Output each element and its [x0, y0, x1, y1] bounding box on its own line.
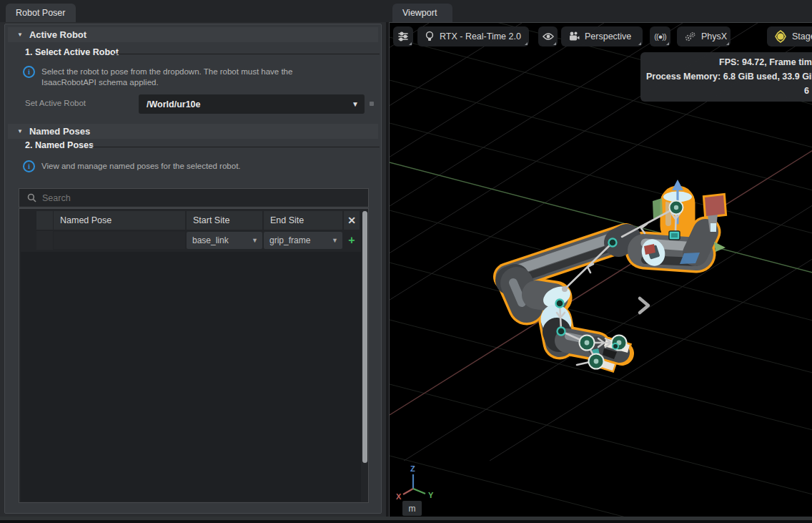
table-empty-body: [21, 252, 361, 502]
divider-rule: [92, 147, 380, 147]
end-site-dropdown[interactable]: grip_frame ▼: [264, 232, 342, 249]
signal-waves-icon: ((●)): [654, 32, 665, 41]
step-title-named-poses: 2. Named Poses: [25, 140, 94, 150]
info-icon: i: [23, 160, 35, 172]
robot-poser-panel: ▼ Active Robot 1. Select Active Robot i …: [0, 22, 386, 517]
start-site-dropdown[interactable]: base_link ▼: [187, 232, 262, 249]
stats-fps-line: FPS: 94.72, Frame time: 1: [719, 57, 812, 67]
clear-row-button[interactable]: ✕: [344, 211, 360, 230]
table-header-gutter: [36, 211, 53, 230]
search-input[interactable]: [42, 193, 342, 203]
table-header-end-site[interactable]: End Site: [264, 211, 342, 230]
named-pose-cell[interactable]: [54, 231, 185, 250]
collapse-caret-icon[interactable]: ▼: [17, 128, 23, 135]
plus-icon: +: [348, 234, 355, 247]
start-site-cell: base_link ▼: [187, 231, 262, 250]
tab-viewport-label: Viewport: [402, 8, 437, 18]
table-row-gutter: [36, 231, 53, 250]
stats-memory-line: Process Memory: 6.8 GiB used, 33.9 GiB a: [646, 72, 812, 82]
end-effector-red-marker: [705, 195, 725, 216]
camera-icon: [568, 31, 580, 41]
axis-z-label: Z: [410, 464, 415, 473]
search-icon: [27, 193, 36, 202]
renderer-menu-button[interactable]: RTX - Real-Time 2.0: [417, 26, 529, 47]
table-header-start-site[interactable]: Start Site: [187, 211, 262, 230]
section-title-active-robot: Active Robot: [29, 29, 86, 40]
tab-robot-poser[interactable]: Robot Poser: [6, 4, 76, 22]
start-site-value: base_link: [192, 235, 229, 245]
window-bottom-edge: [0, 520, 812, 523]
info-text-line1: Select the robot to pose from the dropdo…: [41, 67, 292, 76]
tab-viewport[interactable]: Viewport: [392, 4, 452, 22]
camera-frame-icon[interactable]: [669, 231, 680, 240]
unit-label: m: [409, 504, 416, 514]
axis-y-label: Y: [428, 491, 434, 499]
section-header-named-poses[interactable]: ▼ Named Poses: [8, 124, 378, 139]
robot-poser-panel-frame: ▼ Active Robot 1. Select Active Robot i …: [4, 24, 382, 514]
pose-search-box[interactable]: [19, 188, 369, 207]
viewport-settings-button[interactable]: [393, 26, 413, 47]
section-title-named-poses: Named Poses: [29, 126, 90, 137]
named-pose-input[interactable]: [54, 232, 185, 249]
active-robot-value: /World/ur10e: [147, 99, 200, 109]
stats-extra-line: 6: [804, 86, 809, 96]
info-icon: i: [23, 66, 35, 78]
viewport-panel: Z X Y RTX - Real-Time 2.0: [389, 22, 812, 517]
axis-arrow-z[interactable]: [672, 180, 683, 190]
set-active-robot-label: Set Active Robot: [25, 99, 86, 107]
dropdown-arrow-icon: ▼: [332, 237, 338, 244]
end-site-cell: grip_frame ▼: [264, 231, 342, 250]
stage-label: Stage: [792, 31, 812, 41]
gears-icon: [684, 31, 696, 42]
tab-robot-poser-label: Robot Poser: [16, 8, 65, 18]
physics-label: PhysX: [701, 31, 727, 41]
combo-arrow-icon[interactable]: ▼: [352, 100, 359, 108]
lightbulb-icon: [425, 31, 435, 42]
renderer-label: RTX - Real-Time 2.0: [440, 31, 521, 41]
collapse-caret-icon[interactable]: ▼: [17, 31, 23, 38]
application-window: Robot Poser Viewport ▼ Active Robot 1. S…: [0, 0, 812, 523]
add-pose-button[interactable]: +: [344, 231, 360, 250]
stage-light-icon: [774, 30, 787, 43]
table-scrollbar-thumb[interactable]: [362, 211, 367, 463]
camera-label: Perspective: [585, 31, 631, 41]
capture-button[interactable]: ((●)): [650, 26, 670, 47]
visibility-menu-button[interactable]: [538, 26, 558, 47]
end-site-value: grip_frame: [269, 235, 310, 245]
info-text-named-poses: View and manage named poses for the sele…: [41, 162, 241, 170]
performance-stats-overlay: FPS: 94.72, Frame time: 1 Process Memory…: [640, 52, 812, 102]
table-header-named-pose[interactable]: Named Pose: [54, 211, 185, 230]
section-header-active-robot[interactable]: ▼ Active Robot: [8, 27, 378, 42]
unit-button[interactable]: m: [402, 501, 422, 516]
close-icon: ✕: [347, 215, 356, 226]
reset-default-dot[interactable]: [370, 102, 374, 106]
orientation-axis-gizmo[interactable]: Z X Y: [396, 464, 434, 501]
stage-lights-button[interactable]: Stage: [767, 26, 812, 47]
chevron-right-icon[interactable]: [640, 298, 648, 313]
physics-menu-button[interactable]: PhysX: [677, 26, 731, 47]
info-text-line2: IsaacRobotAPI schema applied.: [41, 78, 159, 87]
named-poses-table: Named Pose Start Site End Site ✕ base_li…: [19, 208, 369, 503]
sliders-icon: [397, 31, 409, 42]
pose-gizmos[interactable]: [556, 180, 726, 369]
active-robot-combobox[interactable]: /World/ur10e ▼: [139, 94, 365, 114]
axis-arrow-y[interactable]: [714, 242, 726, 252]
axis-x-label: X: [396, 492, 402, 501]
camera-menu-button[interactable]: Perspective: [561, 26, 643, 47]
eye-icon: [543, 32, 554, 41]
dropdown-arrow-icon: ▼: [252, 237, 258, 244]
divider-rule: [114, 54, 380, 54]
table-scrollbar[interactable]: [362, 210, 368, 502]
step-title-select-active-robot: 1. Select Active Robot: [25, 47, 119, 57]
